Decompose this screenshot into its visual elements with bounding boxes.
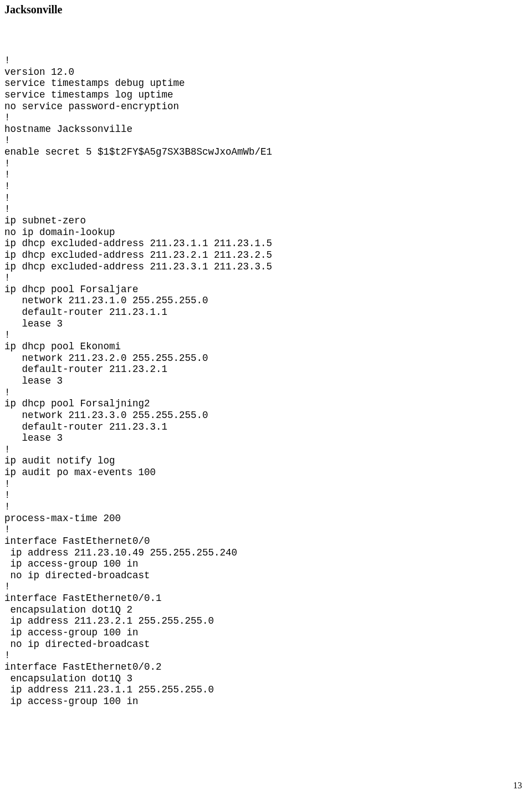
page: Jacksonville ! version 12.0 service time… xyxy=(0,0,532,795)
page-title: Jacksonville xyxy=(4,3,528,16)
config-block: ! version 12.0 service timestamps debug … xyxy=(4,55,528,707)
page-number: 13 xyxy=(513,781,522,791)
